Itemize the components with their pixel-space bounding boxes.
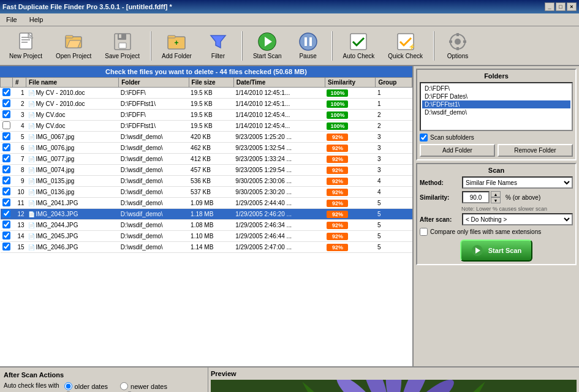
table-row[interactable]: 11 📄IMG_2041.JPG D:\wsdif_demo\ 1.09 MB … bbox=[1, 198, 412, 209]
similarity-down[interactable]: ▼ bbox=[491, 197, 501, 203]
file-row-checkbox-cell[interactable] bbox=[1, 165, 13, 176]
folder-item[interactable]: D:\FDFF\ bbox=[422, 85, 570, 92]
menu-file[interactable]: File bbox=[2, 15, 21, 24]
file-checkbox[interactable] bbox=[2, 121, 10, 129]
file-checkbox[interactable] bbox=[2, 209, 10, 217]
file-checkbox[interactable] bbox=[2, 165, 10, 173]
menu-help[interactable]: Help bbox=[26, 15, 47, 24]
file-checkbox[interactable] bbox=[2, 110, 10, 118]
radio-newer-input[interactable] bbox=[120, 382, 128, 390]
file-row-checkbox-cell[interactable] bbox=[1, 220, 13, 231]
open-project-button[interactable]: Open Project bbox=[50, 29, 97, 62]
file-row-num: 8 bbox=[13, 165, 26, 176]
table-row[interactable]: 5 📄IMG_0067.jpg D:\wsdif_demo\ 420 KB 9/… bbox=[1, 132, 412, 143]
table-row[interactable]: 2 📄My CV - 2010.doc D:\FDFFtst1\ 19.5 KB… bbox=[1, 99, 412, 110]
folder-item[interactable]: D:\FDFF Dates\ bbox=[422, 92, 570, 100]
add-folder-btn[interactable]: Add Folder bbox=[420, 144, 495, 157]
table-row[interactable]: 14 📄IMG_2045.JPG D:\wsdif_demo\ 1.10 MB … bbox=[1, 231, 412, 242]
table-row[interactable]: 10 📄IMG_0136.jpg D:\wsdif_demo\ 537 KB 9… bbox=[1, 187, 412, 198]
close-button[interactable]: × bbox=[567, 2, 577, 11]
file-checkbox[interactable] bbox=[2, 99, 10, 107]
file-table[interactable]: # File name Folder File size Date/Time S… bbox=[0, 77, 412, 366]
add-folder-button[interactable]: + Add Folder bbox=[156, 29, 197, 62]
remove-folder-btn[interactable]: Remove Folder bbox=[498, 144, 573, 157]
file-row-checkbox-cell[interactable] bbox=[1, 198, 13, 209]
table-row[interactable]: 6 📄IMG_0076.jpg D:\wsdif_demo\ 462 KB 9/… bbox=[1, 143, 412, 154]
file-row-checkbox-cell[interactable] bbox=[1, 132, 13, 143]
flower-preview-svg bbox=[211, 380, 577, 392]
auto-check-button[interactable]: Auto Check bbox=[338, 29, 380, 62]
file-row-num: 3 bbox=[13, 110, 26, 121]
new-project-button[interactable]: New Project bbox=[4, 29, 48, 62]
table-row[interactable]: 3 📄My CV.doc D:\FDFF\ 19.5 KB 1/14/2010 … bbox=[1, 110, 412, 121]
after-scan-select[interactable]: < Do Nothing > Move Files Delete Files bbox=[462, 213, 573, 225]
file-row-folder: D:\wsdif_demo\ bbox=[119, 242, 189, 253]
file-row-folder: D:\wsdif_demo\ bbox=[119, 165, 189, 176]
col-header-similarity[interactable]: Similarity bbox=[325, 78, 375, 88]
file-checkbox[interactable] bbox=[2, 187, 10, 195]
radio-older-input[interactable] bbox=[64, 382, 72, 390]
minimize-button[interactable]: _ bbox=[545, 2, 554, 11]
file-row-checkbox-cell[interactable] bbox=[1, 110, 13, 121]
table-row[interactable]: 7 📄IMG_0077.jpg D:\wsdif_demo\ 412 KB 9/… bbox=[1, 154, 412, 165]
file-checkbox[interactable] bbox=[2, 88, 10, 96]
file-row-checkbox-cell[interactable] bbox=[1, 121, 13, 132]
folder-item[interactable]: D:\wsdif_demo\ bbox=[422, 108, 570, 116]
options-button[interactable]: Options bbox=[439, 29, 476, 62]
col-header-folder[interactable]: Folder bbox=[119, 78, 189, 88]
file-checkbox[interactable] bbox=[2, 243, 10, 251]
file-row-checkbox-cell[interactable] bbox=[1, 99, 13, 110]
col-header-filename[interactable]: File name bbox=[26, 78, 119, 88]
file-checkbox[interactable] bbox=[2, 143, 10, 151]
quick-check-button[interactable]: ⚡ Quick Check bbox=[382, 29, 428, 62]
table-row[interactable]: 4 📄My CV.doc D:\FDFFtst1\ 19.5 KB 1/14/2… bbox=[1, 121, 412, 132]
svg-rect-10 bbox=[119, 34, 121, 38]
col-header-check[interactable] bbox=[1, 78, 13, 88]
file-checkbox[interactable] bbox=[2, 221, 10, 228]
file-row-folder: D:\wsdif_demo\ bbox=[119, 231, 189, 242]
file-checkbox[interactable] bbox=[2, 198, 10, 206]
file-row-checkbox-cell[interactable] bbox=[1, 143, 13, 154]
col-header-num[interactable]: # bbox=[13, 78, 26, 88]
file-checkbox[interactable] bbox=[2, 176, 10, 184]
folder-list[interactable]: D:\FDFF\D:\FDFF Dates\D:\FDFFtst1\D:\wsd… bbox=[420, 82, 573, 131]
table-row[interactable]: 8 📄IMG_0074.jpg D:\wsdif_demo\ 457 KB 9/… bbox=[1, 165, 412, 176]
save-project-button[interactable]: Save Project bbox=[99, 29, 145, 62]
compare-extensions-checkbox[interactable] bbox=[420, 228, 428, 236]
file-row-checkbox-cell[interactable] bbox=[1, 231, 13, 242]
start-scan-main-button[interactable]: Start Scan bbox=[460, 239, 532, 262]
file-row-checkbox-cell[interactable] bbox=[1, 209, 13, 220]
radio-older[interactable]: older dates bbox=[64, 382, 108, 390]
similarity-input[interactable]: 90.0 bbox=[462, 191, 490, 203]
table-row[interactable]: 15 📄IMG_2046.JPG D:\wsdif_demo\ 1.14 MB … bbox=[1, 242, 412, 253]
similarity-up[interactable]: ▲ bbox=[491, 191, 501, 197]
file-row-checkbox-cell[interactable] bbox=[1, 88, 13, 99]
start-scan-button[interactable]: Start Scan bbox=[248, 29, 287, 62]
file-checkbox[interactable] bbox=[2, 132, 10, 140]
table-row[interactable]: 12 📄IMG_2043.JPG D:\wsdif_demo\ 1.18 MB … bbox=[1, 209, 412, 220]
col-header-datetime[interactable]: Date/Time bbox=[233, 78, 325, 88]
file-row-checkbox-cell[interactable] bbox=[1, 242, 13, 253]
file-row-size: 19.5 KB bbox=[189, 88, 233, 99]
file-row-checkbox-cell[interactable] bbox=[1, 187, 13, 198]
file-row-checkbox-cell[interactable] bbox=[1, 154, 13, 165]
file-checkbox[interactable] bbox=[2, 232, 10, 239]
filter-button[interactable]: Filter bbox=[200, 29, 237, 62]
col-header-size[interactable]: File size bbox=[189, 78, 233, 88]
maximize-button[interactable]: □ bbox=[556, 2, 566, 11]
col-header-group[interactable]: Group bbox=[376, 78, 412, 88]
file-row-name: 📄IMG_0135.jpg bbox=[26, 176, 119, 187]
table-row[interactable]: 9 📄IMG_0135.jpg D:\wsdif_demo\ 536 KB 9/… bbox=[1, 176, 412, 187]
folders-title: Folders bbox=[420, 72, 573, 80]
start-scan-play-icon bbox=[471, 244, 483, 257]
table-row[interactable]: 1 📄My CV - 2010.doc D:\FDFF\ 19.5 KB 1/1… bbox=[1, 88, 412, 99]
scan-subfolders-checkbox[interactable] bbox=[420, 134, 428, 141]
file-row-checkbox-cell[interactable] bbox=[1, 176, 13, 187]
pause-button[interactable]: Pause bbox=[290, 29, 327, 62]
table-row[interactable]: 13 📄IMG_2044.JPG D:\wsdif_demo\ 1.08 MB … bbox=[1, 220, 412, 231]
method-select[interactable]: Similar File Names Exact Duplicates Simi… bbox=[462, 176, 573, 189]
scan-section: Scan Method: Similar File Names Exact Du… bbox=[416, 163, 577, 265]
file-checkbox[interactable] bbox=[2, 154, 10, 162]
folder-item[interactable]: D:\FDFFtst1\ bbox=[422, 100, 570, 108]
radio-newer[interactable]: newer dates bbox=[120, 382, 167, 390]
